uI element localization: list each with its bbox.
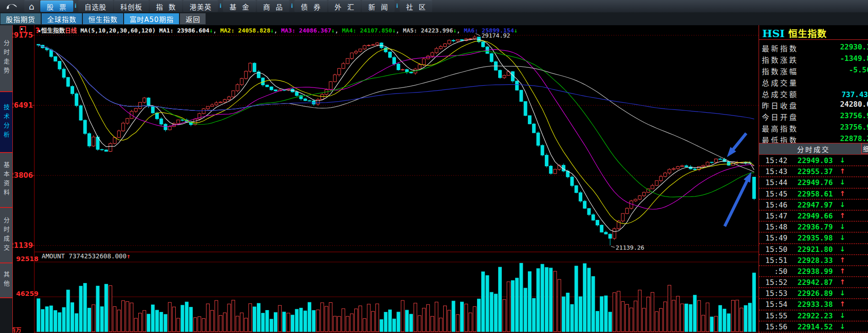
- tape-row[interactable]: 15:5422933.38↑: [759, 299, 868, 310]
- toolbar-item-global-indices[interactable]: 全球指数: [42, 13, 82, 24]
- quote-value: 23756.95: [800, 123, 868, 131]
- quote-row-open: 今日开盘23756.95: [759, 110, 868, 121]
- time-sales-list: 15:4222949.03↓15:4322955.37↑15:4422949.7…: [759, 155, 868, 333]
- ma-line-6: [38, 45, 754, 119]
- tape-up-arrow-icon: ↑: [840, 256, 846, 264]
- toolbar-item-hang-seng-index[interactable]: 恒生指数: [83, 13, 123, 24]
- menu-item-news[interactable]: 新 闻: [362, 0, 395, 12]
- menu-item-star-market[interactable]: 科创板: [114, 0, 149, 12]
- quote-row-latest: 最新指数22930.14: [759, 41, 868, 53]
- sidebar-item-others[interactable]: 其他: [0, 263, 12, 298]
- menu-item-indices[interactable]: 指 数: [150, 0, 183, 12]
- tape-time: 15:51: [765, 256, 787, 265]
- tape-up-arrow-icon: ↑: [840, 278, 846, 286]
- toolbar-item-index-futures[interactable]: 股指期货: [0, 13, 41, 24]
- amount-up-arrow: ↑: [126, 252, 130, 260]
- quote-value: -1349.89: [800, 54, 868, 63]
- sidebar-item-basic-info[interactable]: 基本资料: [0, 153, 12, 208]
- sub-toolbar: 股指期货全球指数恒生指数富时A50期指返回: [0, 12, 868, 25]
- tape-down-arrow-icon: ↓: [840, 178, 846, 186]
- menu-item-community[interactable]: 社 区: [400, 0, 433, 12]
- tape-row[interactable]: 15:4222949.03↓: [759, 155, 868, 166]
- tape-row[interactable]: 15:4722949.66↑: [759, 211, 868, 222]
- dropdown-dots-icon[interactable]: ⁞: [74, 0, 78, 12]
- quote-label: 总成交量: [762, 77, 798, 88]
- menu-item-stocks[interactable]: 股 票: [40, 0, 73, 12]
- tape-time: 15:46: [765, 201, 787, 209]
- ma-line-1: [38, 39, 754, 232]
- ma-value-2: MA2: 24058.828: [220, 27, 271, 34]
- menu-item-forex[interactable]: 外 汇: [328, 0, 361, 12]
- tape-row[interactable]: 15:5322926.89↓: [759, 288, 868, 299]
- amount-indicator: AMOUNT 73742532608.000↑: [42, 252, 130, 260]
- tape-row[interactable]: :5022938.99↑: [759, 266, 868, 277]
- sidebar-item-technical-analysis[interactable]: 技术分析: [0, 92, 12, 153]
- tape-up-arrow-icon: ↑: [840, 190, 846, 198]
- toolbar-item-back[interactable]: 返回: [180, 13, 206, 24]
- tape-time: 15:54: [765, 300, 787, 309]
- quote-label: 指数涨幅: [762, 66, 798, 76]
- menu-item-watchlist[interactable]: 自选股: [78, 0, 113, 12]
- tape-row[interactable]: 15:5122928.33↑: [759, 255, 868, 266]
- menu-item-bonds[interactable]: 债 券: [294, 0, 327, 12]
- tape-time: 15:48: [765, 223, 787, 231]
- tape-row[interactable]: 15:5622914.52↓: [759, 322, 868, 333]
- tape-price: 22921.80: [797, 245, 833, 254]
- sidebar-item-time-sales[interactable]: 分时成交: [0, 208, 12, 263]
- menu-item-funds[interactable]: 基 金: [223, 0, 256, 12]
- quote-label: 昨日收盘: [762, 100, 798, 111]
- quote-label: 指数涨跌: [762, 54, 798, 65]
- tape-row[interactable]: 15:5222942.87↑: [759, 277, 868, 288]
- tape-row[interactable]: 15:4522958.61↑: [759, 189, 868, 200]
- tape-row[interactable]: 15:5522922.23↓: [759, 311, 868, 322]
- tape-price: 22949.66: [797, 212, 833, 220]
- ma-value-5: MA5: 24223.996: [403, 27, 453, 34]
- time-sales-header: 分时成交: [759, 143, 868, 155]
- symbol-name: 恒生指数: [788, 27, 827, 40]
- tape-price: 22922.23: [797, 311, 833, 320]
- annotation-arrowhead: [743, 172, 751, 183]
- ma-value-4: MA4: 24107.850: [342, 27, 392, 34]
- tape-row[interactable]: 15:4422949.76↓: [759, 177, 868, 188]
- tape-down-arrow-icon: ↓: [840, 201, 846, 209]
- tape-time: 15:56: [765, 322, 787, 331]
- tape-row[interactable]: 15:4322955.37↑: [759, 166, 868, 177]
- tape-down-arrow-icon: ↓: [840, 245, 846, 253]
- tape-up-arrow-icon: ↑: [840, 267, 846, 275]
- menu-item-hk-us-uk[interactable]: 港美英: [183, 0, 218, 12]
- tape-row[interactable]: 15:4922935.98↓: [759, 233, 868, 244]
- symbol-code: HSI: [762, 27, 785, 39]
- quote-row-total-turnover: 总成交额737.43亿: [759, 87, 868, 98]
- tape-up-arrow-icon: ↑: [840, 300, 846, 308]
- dropdown-dots-icon[interactable]: ⁞: [395, 0, 399, 12]
- home-button[interactable]: ⌂: [24, 0, 39, 12]
- chart-pin-icon: [20, 26, 26, 33]
- tape-time: 15:45: [765, 190, 787, 198]
- main-chart[interactable]: 29175264912380621139925184625929174.9221…: [0, 0, 868, 333]
- dropdown-dots-icon[interactable]: ⁞: [218, 0, 222, 12]
- quote-value: 23756.95: [800, 111, 868, 120]
- toolbar-item-ftse-a50-futures[interactable]: 富时A50期指: [124, 13, 179, 24]
- tape-row[interactable]: 15:4622947.97↓: [759, 200, 868, 211]
- tape-time: 15:52: [765, 278, 787, 287]
- sidebar-item-realtime-trend[interactable]: 分时走势: [0, 25, 12, 92]
- top-menu-bar: ⌂ 股 票⁞自选股科创板指 数港美英⁞基 金商 品⁞债 券外 汇新 闻⁞社 区: [0, 0, 868, 12]
- tape-time: 15:44: [765, 178, 787, 187]
- tape-time: 15:50: [765, 245, 787, 254]
- menu-item-commodities[interactable]: 商 品: [257, 0, 290, 12]
- dropdown-dots-icon[interactable]: ⁞: [290, 0, 294, 12]
- ma-down-arrow: ↓: [514, 27, 518, 34]
- quote-row-total-volume: 总成交量: [759, 76, 868, 87]
- quote-row-high: 最高指数23756.95: [759, 121, 868, 133]
- amount-label: AMOUNT: [42, 252, 65, 260]
- tape-row[interactable]: 15:4822936.79↓: [759, 222, 868, 233]
- tape-price: 22935.98: [797, 234, 833, 242]
- tape-row[interactable]: 15:5022921.80↓: [759, 244, 868, 255]
- detail-tab[interactable]: 细: [861, 143, 868, 154]
- tape-time: 15:42: [765, 156, 787, 165]
- tape-time: 15:53: [765, 289, 787, 298]
- tape-price: 22914.52: [797, 322, 833, 331]
- ma-value-3: MA3: 24086.367: [281, 27, 331, 34]
- tape-price: 22949.76: [797, 178, 833, 187]
- tape-time: 15:43: [765, 167, 787, 176]
